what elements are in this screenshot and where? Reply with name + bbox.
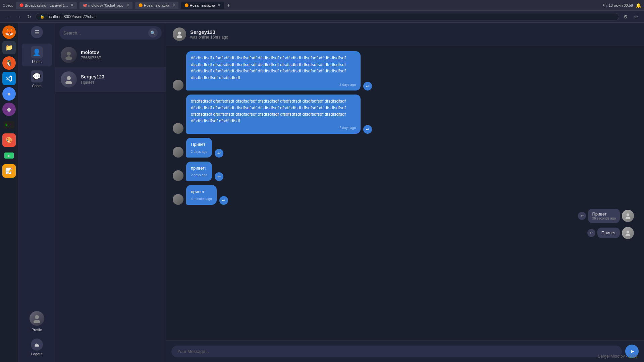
sergey-name: Sergey123 <box>81 74 160 79</box>
back-button[interactable]: ← <box>4 13 12 20</box>
taskbar-chrome[interactable]: ● <box>2 87 16 101</box>
taskbar-vscode[interactable] <box>2 72 16 85</box>
browser-chrome: Обзор 🔴 Broadcasting - Laravel 1... ✕ 🐙 … <box>0 0 644 11</box>
taskbar-ubuntu[interactable]: 🐧 <box>2 56 16 70</box>
tab-new1[interactable]: 🟠 Новая вкладка ✕ <box>135 2 178 9</box>
tab-github[interactable]: 🐙 molotovv70/chat_app ✕ <box>79 2 132 9</box>
profile-avatar <box>30 311 44 326</box>
refresh-button[interactable]: ↻ <box>25 13 33 20</box>
reply-button-2[interactable]: ↩ <box>363 125 372 134</box>
message-bubble-4: привет! 2 days ago <box>186 162 212 181</box>
sergey-avatar <box>61 71 77 87</box>
svg-point-4 <box>67 76 71 80</box>
send-icon: ➤ <box>630 348 634 355</box>
taskbar-app1[interactable]: ◆ <box>2 103 16 116</box>
menu-icon: ☰ <box>35 29 39 36</box>
url-bar[interactable]: 🔒 localhost:8000/users/2/chat <box>36 13 619 20</box>
taskbar-notepad[interactable]: 📝 <box>2 164 16 178</box>
search-icon: 🔍 <box>150 31 156 36</box>
svg-point-6 <box>178 32 181 35</box>
tab-github-label: molotovv70/chat_app <box>88 3 123 7</box>
message-text-1: dfsdfsdfsdf dfsdfsdfsdf dfsdfsdfsdf dfsd… <box>191 55 346 80</box>
extensions-button[interactable]: ⚙ <box>622 13 630 20</box>
tab-new2-label: Новая вкладка <box>190 3 215 7</box>
message-input[interactable] <box>171 346 622 357</box>
datetime-display: Чт, 13 июня 00:58 <box>603 3 633 7</box>
taskbar-files[interactable]: 📁 <box>2 41 16 54</box>
reply-button-1[interactable]: ↩ <box>363 82 372 90</box>
sidebar-chats-label: Chats <box>32 84 42 88</box>
reply-button-3[interactable]: ↩ <box>215 149 223 158</box>
chat-partner-status: was online 16hrs ago <box>190 35 228 40</box>
sidebar-item-profile[interactable]: Profile <box>22 308 52 335</box>
search-button[interactable]: 🔍 <box>148 28 158 38</box>
url-text: localhost:8000/users/2/chat <box>47 14 96 19</box>
message-bubble-5: привет 4 minutes ago <box>186 185 217 205</box>
reply-button-4[interactable]: ↩ <box>215 172 223 181</box>
forward-button[interactable]: → <box>15 13 23 20</box>
svg-point-5 <box>65 81 72 84</box>
close-tab-new2[interactable]: ✕ <box>218 3 221 7</box>
reply-button-7[interactable]: ↩ <box>587 229 595 237</box>
chat-item-molotov[interactable]: molotov 756567567 <box>55 43 166 67</box>
profile-label: Profile <box>32 328 42 332</box>
lock-icon: 🔒 <box>40 14 45 19</box>
message-row-1: dfsdfsdfsdf dfsdfsdfsdf dfsdfsdfsdf dfsd… <box>173 51 637 90</box>
tab-broadcasting[interactable]: 🔴 Broadcasting - Laravel 1... ✕ <box>16 2 77 9</box>
logout-icon-wrap: ⏏ <box>31 339 43 351</box>
message-bubble-1: dfsdfsdfsdf dfsdfsdfsdf dfsdfsdfsdf dfsd… <box>186 51 361 90</box>
message-row-2: dfsdfsdfsdf dfsdfsdfsdf dfsdfsdfsdf dfsd… <box>173 95 637 134</box>
sidebar-item-users[interactable]: 👤 Users <box>22 44 52 66</box>
taskbar-app3[interactable]: ▶ <box>2 149 16 162</box>
bookmark-button[interactable]: ☆ <box>632 13 640 20</box>
msg-outgoing-avatar-6 <box>622 210 634 222</box>
message-bubble-7: Привет <box>597 228 620 238</box>
msg-avatar-5 <box>173 194 183 205</box>
hamburger-menu[interactable]: ☰ <box>31 26 43 38</box>
users-icon-wrap: 👤 <box>31 46 43 58</box>
new-tab-button[interactable]: + <box>227 2 230 8</box>
close-tab-github[interactable]: ✕ <box>126 3 129 7</box>
sidebar-users-label: Users <box>32 60 42 64</box>
sergey-sub: Привет <box>81 80 160 85</box>
message-text-5: привет <box>191 189 205 194</box>
message-text-7: Привет <box>601 230 616 235</box>
profile-avatar-img <box>30 311 44 326</box>
search-input[interactable] <box>63 31 146 36</box>
molotov-sub: 756567567 <box>81 56 160 60</box>
users-icon: 👤 <box>33 48 41 56</box>
message-text-2: dfsdfsdfsdf dfsdfsdfsdf dfsdfsdfsdf dfsd… <box>191 99 346 123</box>
chats-icon-wrap: 💬 <box>31 70 43 82</box>
message-row-7: ↩ Привет <box>173 227 637 239</box>
reply-button-5[interactable]: ↩ <box>219 196 228 205</box>
chat-header-avatar <box>173 27 186 41</box>
reply-button-6[interactable]: ↩ <box>578 212 586 220</box>
molotov-info: molotov 756567567 <box>81 50 160 60</box>
messages-container[interactable]: dfsdfsdfsdf dfsdfsdfsdf dfsdfsdfsdf dfsd… <box>166 46 644 340</box>
message-bubble-6: Привет 36 seconds ago <box>588 209 620 223</box>
footer-text: Sergei Molotov - 2024 <box>598 354 637 359</box>
message-time-4: 2 days ago <box>191 173 207 178</box>
tab-new2[interactable]: 🟠 Новая вкладка ✕ <box>181 2 224 9</box>
close-tab-new1[interactable]: ✕ <box>172 3 175 7</box>
msg-avatar-3 <box>173 147 183 158</box>
close-tab-broadcasting[interactable]: ✕ <box>70 3 73 7</box>
chat-item-sergey[interactable]: Sergey123 Привет <box>55 67 166 92</box>
taskbar-app2[interactable]: 🎨 <box>2 133 16 147</box>
search-input-wrap[interactable]: 🔍 <box>59 26 162 40</box>
message-text-3: Привет <box>191 142 205 147</box>
msg-avatar-1 <box>173 80 183 90</box>
chat-input-area: ➤ <box>166 340 644 362</box>
message-time-5: 4 minutes ago <box>191 196 212 201</box>
taskbar-firefox[interactable]: 🦊 <box>2 25 16 39</box>
msg-outgoing-avatar-7 <box>622 227 634 239</box>
message-time-6: 36 seconds ago <box>592 217 616 220</box>
sidebar-item-chats[interactable]: 💬 Chats <box>22 68 52 90</box>
message-text-4: привет! <box>191 166 206 171</box>
app-container: 🦊 📁 🐧 ● ◆ $_ 🎨 ▶ 📝 ☰ 👤 Users 💬 <box>0 23 644 362</box>
taskbar-terminal[interactable]: $_ <box>2 118 16 131</box>
tab-new1-label: Новая вкладка <box>144 3 169 7</box>
sidebar-item-logout[interactable]: ⏏ Logout <box>22 336 52 359</box>
svg-point-9 <box>626 217 630 219</box>
svg-point-2 <box>67 52 71 56</box>
